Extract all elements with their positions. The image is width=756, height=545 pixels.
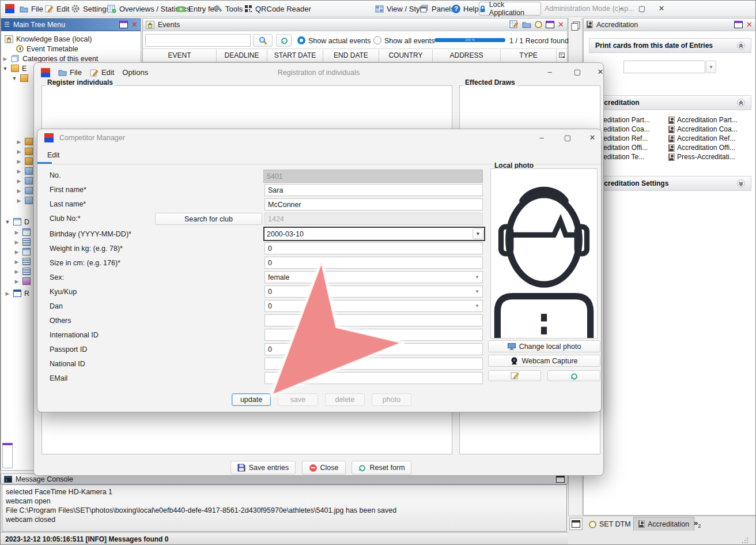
radio-show-actual[interactable] [297, 36, 305, 44]
tree-item[interactable]: ▶ [16, 156, 33, 166]
save-button[interactable]: save [278, 393, 318, 406]
tree-item-event-timetable[interactable]: Event Timetable [1, 44, 141, 54]
restore-window-icon[interactable] [546, 21, 554, 28]
tree-item[interactable]: ▶ [14, 257, 31, 266]
tree-item[interactable]: ▶ [14, 237, 31, 247]
dialog-close-button[interactable]: ✕ [584, 133, 601, 142]
section-accreditation[interactable]: Accreditation [589, 95, 751, 110]
menu-tools[interactable]: Tools [214, 1, 243, 17]
tree-item[interactable]: ▶ [16, 166, 33, 176]
tab-set-dtm[interactable]: SET DTM [584, 517, 636, 531]
print-date-dropdown-button[interactable]: ▼ [706, 61, 716, 73]
dan-select[interactable]: 0▼ [264, 300, 483, 312]
restore-window-icon[interactable] [119, 21, 128, 28]
menu-panels[interactable]: Panels [420, 1, 455, 17]
accreditation-button[interactable]: Accreditation Coa... [668, 125, 755, 134]
tree-item[interactable]: ▶ [16, 146, 33, 156]
dialog-minimize-button[interactable]: – [533, 133, 550, 142]
close-panel-icon[interactable]: ✕ [558, 21, 564, 28]
expand-arrow-icon[interactable]: ▶ [16, 149, 22, 155]
edit-form-icon[interactable] [509, 20, 519, 29]
chevron-down-icon[interactable] [737, 179, 745, 187]
accreditation-button[interactable]: Press-Accreditati... [668, 152, 755, 161]
collapse-arrow-icon[interactable]: ▼ [2, 66, 8, 72]
collapse-arrow-icon[interactable]: ▼ [5, 219, 10, 225]
lock-application-button[interactable]: Lock Application [479, 2, 541, 16]
restore-window-icon[interactable] [556, 475, 565, 483]
tree-item[interactable]: ▶ [16, 186, 33, 196]
menu-help[interactable]: ? Help [452, 1, 479, 17]
expand-arrow-icon[interactable]: ▶ [14, 230, 20, 235]
others-field[interactable] [264, 314, 483, 326]
close-button[interactable]: Close [302, 461, 346, 475]
dialog-maximize-button[interactable]: ▢ [569, 67, 586, 76]
registration-titlebar[interactable]: File Edit Options Registration of indivi… [34, 63, 603, 82]
radio-show-all[interactable] [373, 36, 381, 44]
events-search-input[interactable] [145, 34, 251, 47]
column-header-country[interactable]: COUNTRY [379, 49, 433, 62]
window-minimize-button[interactable]: – [613, 4, 630, 13]
folder-icon[interactable] [522, 21, 531, 28]
column-header-address[interactable]: ADDRESS [433, 49, 501, 62]
menu-view-style[interactable]: View / Style [375, 1, 426, 17]
expand-arrow-icon[interactable]: ▶ [14, 249, 20, 255]
tree-item[interactable]: ▶ [16, 196, 33, 205]
expand-arrow-icon[interactable]: ▶ [2, 56, 8, 62]
print-date-combobox[interactable] [623, 61, 705, 73]
delete-button[interactable]: delete [325, 393, 365, 406]
refresh-photo-button[interactable] [547, 370, 600, 381]
photo-button[interactable]: photo [372, 393, 411, 406]
reset-form-button[interactable]: Reset form [351, 461, 411, 475]
copy-pages-icon[interactable] [571, 21, 581, 31]
tab-overflow-button[interactable]: »2 [694, 518, 701, 529]
email-field[interactable] [264, 372, 483, 384]
collapse-arrow-icon[interactable]: ▼ [12, 76, 17, 81]
update-button[interactable]: update [232, 393, 271, 406]
search-for-club-button[interactable]: Search for club [155, 213, 262, 225]
expand-arrow-icon[interactable]: ▶ [16, 159, 22, 164]
tab-accreditation[interactable]: Accreditation [633, 517, 694, 531]
close-panel-icon[interactable]: ✕ [131, 21, 138, 28]
section-print-cards[interactable]: Print cards from this date of Entries [589, 38, 751, 53]
expand-arrow-icon[interactable]: ▶ [14, 259, 20, 265]
dialog-close-button[interactable]: ✕ [592, 67, 609, 76]
menu-settings[interactable]: Settings [71, 1, 110, 17]
clock-icon[interactable] [535, 21, 542, 28]
minimized-panel-strip[interactable] [2, 443, 13, 468]
competitor-titlebar[interactable]: Competitor Manager – ▢ ✕ [37, 129, 601, 146]
sex-select[interactable]: female▼ [264, 271, 483, 283]
accreditation-button[interactable]: Accreditation Ref... [668, 134, 755, 143]
tree-item[interactable]: ▶ [14, 276, 31, 286]
international-id-field[interactable] [264, 329, 483, 341]
expand-arrow-icon[interactable]: ▶ [16, 139, 22, 145]
expand-arrow-icon[interactable]: ▶ [16, 178, 22, 184]
section-accreditation-settings[interactable]: Accreditation Settings [589, 176, 751, 191]
close-panel-icon[interactable]: ✕ [746, 21, 753, 28]
expand-arrow-icon[interactable]: ▶ [14, 279, 20, 284]
expand-arrow-icon[interactable]: ▶ [14, 269, 20, 275]
refresh-button[interactable] [276, 34, 292, 47]
dialog-menu-edit[interactable]: Edit [47, 151, 60, 159]
tree-item[interactable]: ▶ [14, 247, 31, 257]
dialog-minimize-button[interactable]: – [541, 67, 558, 76]
expand-arrow-icon[interactable]: ▶ [5, 291, 10, 296]
tree-item[interactable]: ▶ [16, 176, 33, 186]
change-local-photo-button[interactable]: Change local photo [488, 340, 600, 352]
menu-qrcode[interactable]: QRCode Reader [244, 1, 311, 17]
column-header-type[interactable]: TYPE [501, 49, 557, 62]
expand-arrow-icon[interactable]: ▶ [16, 198, 22, 204]
window-close-button[interactable]: ✕ [653, 4, 670, 13]
tree-item-knowledge-base[interactable]: Knowledge Base (local) [1, 34, 141, 44]
first-name-field[interactable] [264, 184, 483, 196]
tree-item[interactable]: ▶ [14, 266, 31, 276]
edit-photo-button[interactable] [488, 370, 541, 381]
dialog-menu-file[interactable]: File [58, 68, 82, 77]
chevron-up-icon[interactable] [737, 99, 745, 107]
chevron-up-icon[interactable] [737, 42, 745, 50]
expand-arrow-icon[interactable]: ▶ [16, 188, 22, 194]
console-log[interactable]: selected FaceTime HD-Kamera 1 webcam ope… [2, 484, 567, 532]
kyu-kup-select[interactable]: 0▼ [264, 285, 483, 298]
menu-file[interactable]: File [20, 1, 43, 17]
column-header-deadline[interactable]: DEADLINE [217, 49, 267, 62]
birthday-dropdown-button[interactable]: ▼ [472, 228, 483, 239]
